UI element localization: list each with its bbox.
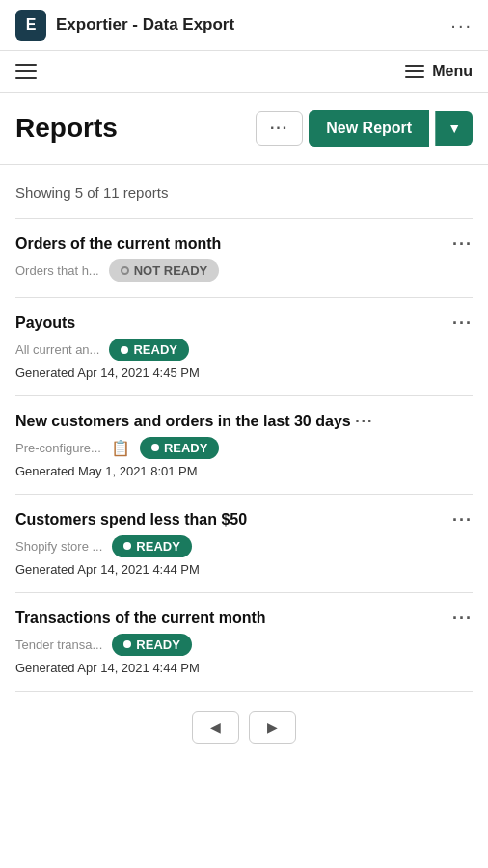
report-description: All current an... [15,342,99,357]
hamburger-menu-button[interactable] [15,64,37,79]
report-item-header: New customers and orders in the last 30 … [15,412,473,432]
menu-lines-icon [405,65,424,78]
header-actions: ··· New Report ▼ [256,110,473,147]
menu-line-2 [405,70,424,72]
badge-dot [123,542,131,550]
top-bar: E Exportier - Data Export ··· [0,0,488,51]
report-description: Pre-configure... [15,441,101,455]
app-logo: E [15,10,46,41]
hamburger-line-2 [15,70,37,72]
report-meta: Orders that h... NOT READY [15,259,473,282]
page-header: Reports ··· New Report ▼ [0,93,488,165]
nav-bar: Menu [0,51,488,93]
page-title: Reports [15,113,256,144]
report-item-header: Orders of the current month ··· [15,234,473,255]
status-badge: READY [112,535,192,557]
report-name: New customers and orders in the last 30 … [15,412,473,432]
report-meta: Shopify store ... READY [15,535,473,557]
report-description: Tender transa... [15,637,102,652]
hamburger-line-3 [15,77,37,79]
report-more-button[interactable]: ··· [452,510,473,530]
main-content: Showing 5 of 11 reports Orders of the cu… [0,165,488,692]
report-meta: All current an... READY [15,339,473,361]
report-description: Orders that h... [15,263,99,278]
report-more-inline[interactable]: ··· [355,413,373,429]
status-badge: READY [112,634,192,656]
report-name: Payouts [15,313,452,334]
menu-line-3 [405,76,424,78]
report-item: Transactions of the current month ··· Te… [15,593,473,692]
report-name: Customers spend less than $50 [15,510,452,530]
badge-dot [151,444,159,451]
status-badge: READY [109,339,189,361]
report-description: Shopify store ... [15,539,102,554]
report-more-button[interactable]: ··· [452,234,473,255]
badge-dot [123,640,131,648]
report-generated: Generated Apr 14, 2021 4:45 PM [15,366,473,380]
report-list: Orders of the current month ··· Orders t… [15,218,473,692]
report-item-header: Transactions of the current month ··· [15,609,473,629]
menu-line-1 [405,65,424,67]
report-item: Orders of the current month ··· Orders t… [15,219,473,298]
menu-button[interactable]: Menu [405,63,473,80]
report-generated: Generated Apr 14, 2021 4:44 PM [15,562,473,577]
pagination: ◀ ▶ [0,692,488,773]
report-item: New customers and orders in the last 30 … [15,396,473,495]
logo-letter: E [26,16,37,34]
top-bar-more-button[interactable]: ··· [450,14,473,37]
report-item: Customers spend less than $50 ··· Shopif… [15,495,473,593]
new-report-dropdown-button[interactable]: ▼ [435,111,473,146]
report-item-header: Payouts ··· [15,313,473,334]
report-more-button[interactable]: ··· [452,609,473,629]
badge-dot [121,346,128,354]
report-name: Transactions of the current month [15,609,452,629]
menu-label: Menu [432,63,473,80]
next-page-button[interactable]: ▶ [249,711,296,744]
report-meta: Pre-configure... 📋 READY [15,437,473,459]
prev-page-button[interactable]: ◀ [192,711,239,744]
new-report-button[interactable]: New Report [309,110,429,147]
showing-summary: Showing 5 of 11 reports [15,184,473,201]
status-badge: READY [140,437,220,459]
badge-circle [121,266,129,275]
report-item-header: Customers spend less than $50 ··· [15,510,473,530]
report-generated: Generated Apr 14, 2021 4:44 PM [15,661,473,675]
calendar-icon: 📋 [111,439,130,457]
report-item: Payouts ··· All current an... READY Gene… [15,298,473,396]
status-badge: NOT READY [109,259,220,282]
app-title: Exportier - Data Export [56,15,450,35]
report-generated: Generated May 1, 2021 8:01 PM [15,464,473,478]
hamburger-line-1 [15,64,37,66]
report-more-button[interactable]: ··· [452,313,473,334]
report-meta: Tender transa... READY [15,634,473,656]
more-options-button[interactable]: ··· [256,111,303,146]
report-name: Orders of the current month [15,234,452,255]
